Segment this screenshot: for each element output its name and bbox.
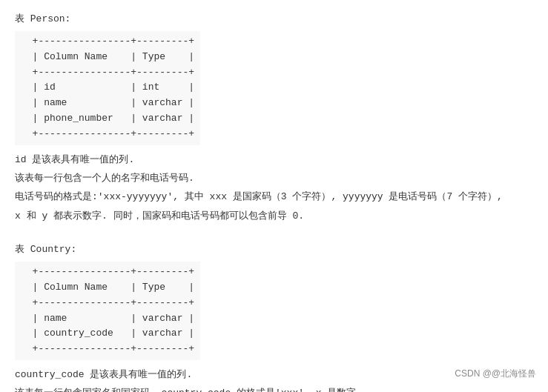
- person-description: id 是该表具有唯一值的列. 该表每一行包含一个人的名字和电话号码. 电话号码的…: [15, 151, 533, 225]
- country-section-title: 表 Country:: [15, 242, 533, 256]
- watermark: CSDN @@北海怪兽: [455, 368, 536, 380]
- person-table: +----------------+---------+ | Column Na…: [15, 31, 200, 145]
- person-desc-3: 电话号码的格式是:'xxx-yyyyyyy', 其中 xxx 是国家码（3 个字…: [15, 188, 533, 205]
- person-desc-1: id 是该表具有唯一值的列.: [15, 151, 533, 168]
- person-desc-2: 该表每一行包含一个人的名字和电话号码.: [15, 170, 533, 187]
- person-section: 表 Person: +----------------+---------+ |…: [15, 12, 533, 225]
- person-desc-4: x 和 y 都表示数字. 同时，国家码和电话号码都可以包含前导 0.: [15, 207, 533, 225]
- country-table: +----------------+---------+ | Column Na…: [15, 262, 200, 360]
- country-desc-2: 该表每一行包含国家名和国家码. country_code 的格式是'xxx', …: [15, 385, 533, 392]
- person-section-title: 表 Person:: [15, 12, 533, 25]
